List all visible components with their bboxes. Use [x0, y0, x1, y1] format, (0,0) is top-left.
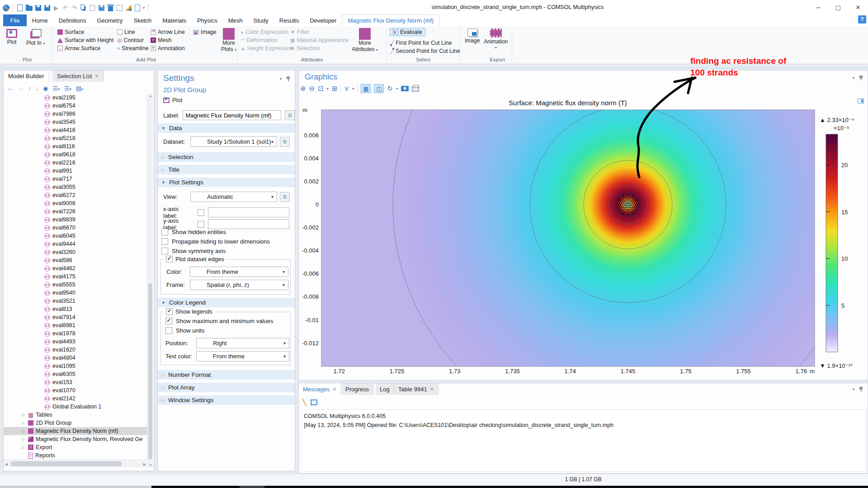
section-number-format[interactable]: ▷Number Format [158, 370, 295, 380]
panel-menu-icon[interactable]: ▾ [853, 387, 854, 391]
text-color-select[interactable]: From theme [196, 351, 289, 361]
settings-plot-button[interactable]: Plot [163, 97, 182, 103]
dataset-options-button[interactable]: ☰ [280, 137, 290, 147]
move-to-window-icon[interactable] [98, 4, 105, 11]
tab-selection-list[interactable]: Selection List✕ [52, 70, 104, 82]
tab-log[interactable]: Log [376, 383, 394, 395]
tree-item-eval717[interactable]: 8.5eval717 [4, 175, 147, 183]
legend-toggle-icon[interactable]: ◫ [374, 84, 384, 93]
tree-item-reports[interactable]: Reports [4, 451, 147, 460]
tree-item-eval5555[interactable]: 8.5eval5555 [4, 281, 147, 289]
tree-vertical-scrollbar[interactable]: ▲ ▼ [147, 94, 153, 468]
view-options-button[interactable]: ☰ [280, 192, 290, 202]
select-region-icon[interactable] [116, 4, 123, 11]
move-down-icon[interactable]: ↓ [36, 85, 39, 92]
show-units-checkbox[interactable] [165, 327, 172, 334]
zoom-in-icon[interactable]: ⊕ [300, 84, 306, 93]
scrollbar-thumb[interactable] [11, 461, 122, 466]
undo-icon[interactable]: ↶ [61, 4, 69, 11]
y-axis-input[interactable] [208, 219, 289, 229]
tree-item-eval4493[interactable]: 8.5eval4493 [4, 338, 147, 346]
tree-item-eval7986[interactable]: 8.5eval7986 [4, 110, 147, 118]
tree-item-eval9444[interactable]: 8.5eval9444 [4, 240, 147, 248]
ribbon-item-contour[interactable]: ◎Contour [117, 36, 144, 44]
plot-dataset-edges-legend[interactable]: Plot dataset edges [164, 256, 226, 263]
ribbon-tab-results[interactable]: Results [274, 14, 304, 26]
run-icon[interactable]: ▶ [52, 4, 60, 11]
label-input[interactable] [183, 110, 281, 120]
panel-menu-icon[interactable]: ▾ [280, 77, 282, 81]
zoom-extents-icon[interactable]: ⊞ [332, 84, 338, 93]
edge-color-select[interactable]: From theme [190, 267, 288, 277]
ribbon-tab-materials[interactable]: Materials [157, 14, 192, 26]
tree-item-eval991[interactable]: 8.5eval991 [4, 167, 147, 175]
close-icon[interactable]: ✕ [430, 386, 434, 392]
show-max-min-row[interactable]: Show maximum and minimum values [165, 318, 273, 324]
expand-icon[interactable]: ▷ [22, 413, 26, 417]
collapse-all-icon[interactable]: ☰▾ [52, 85, 60, 92]
scroll-up-icon[interactable]: ▲ [149, 94, 152, 98]
delete-icon[interactable] [107, 4, 114, 11]
more-attributes-button[interactable]: More Attributes ▾ [349, 28, 381, 52]
quickbar-dropdown-icon[interactable]: ▾ [143, 6, 145, 10]
save-icon[interactable] [34, 4, 42, 11]
tree-item-eval7914[interactable]: 8.5eval7914 [4, 313, 147, 321]
dataset-select[interactable]: Study 1/Solution 1 (sol1) [190, 136, 277, 147]
show-hidden-entities-checkbox[interactable] [161, 229, 168, 235]
frame-select[interactable]: Spatial (r, phi, z) [190, 280, 288, 290]
show-legends-legend[interactable]: Show legends [164, 308, 215, 315]
tree-item-eval1978[interactable]: 8.5eval1978 [4, 329, 147, 338]
ribbon-item-image[interactable]: Image [193, 28, 217, 36]
tree-item-eval8116[interactable]: 8.5eval8116 [4, 142, 147, 150]
tab-progress[interactable]: Progress [341, 383, 373, 395]
tree-item-global-evaluation-1[interactable]: 8.5Global Evaluation 1 [4, 403, 147, 411]
show-legends-checkbox[interactable] [166, 308, 173, 315]
y-axis-checkbox[interactable] [198, 221, 204, 228]
rename-button[interactable]: ☰ [285, 110, 295, 120]
evaluate-button[interactable]: Evaluate [390, 28, 425, 36]
tree-item-eval7226[interactable]: 8.5eval7226 [4, 207, 147, 216]
minimize-button[interactable]: ─ [808, 0, 828, 14]
tree-item-eval9618[interactable]: 8.5eval9618 [4, 150, 147, 159]
ribbon-tab-home[interactable]: Home [27, 14, 53, 26]
plot-canvas[interactable]: Surface: Magnetic flux density norm (T)0… [299, 98, 868, 381]
panel-menu-icon[interactable]: ▾ [853, 76, 854, 80]
tree-item-eval5218[interactable]: 8.5eval5218 [4, 134, 147, 142]
maximize-button[interactable]: ▢ [828, 0, 848, 14]
print-icon[interactable] [412, 86, 419, 92]
expand-icon[interactable]: ▷ [22, 429, 26, 433]
tree-item-eval3260[interactable]: 8.5eval3260 [4, 248, 147, 256]
tree-item-2d-plot-group[interactable]: ▷2D Plot Group [4, 419, 147, 427]
export-animation-button[interactable]: Animation ▾ [484, 28, 508, 50]
save-as-icon[interactable] [43, 4, 51, 11]
help-button[interactable]: ? [858, 15, 866, 23]
tree-item-eval8981[interactable]: 8.5eval8981 [4, 321, 147, 329]
tree-item-eval1070[interactable]: 8.5eval1070 [4, 386, 147, 394]
tree-item-eval4462[interactable]: 8.5eval4462 [4, 264, 147, 272]
view-select[interactable]: Automatic [190, 192, 277, 202]
expand-all-icon[interactable]: ☰▾ [64, 85, 71, 92]
tree-item-export[interactable]: ▷⇩Export [4, 443, 147, 451]
ribbon-tab-sketch[interactable]: Sketch [128, 14, 157, 26]
ribbon-item-arrow-surface[interactable]: →Arrow Surface [57, 44, 100, 52]
tree-item-eval6670[interactable]: 8.5eval6670 [4, 224, 147, 232]
node-view-icon[interactable]: ▤▾ [76, 85, 83, 92]
snapshot-icon[interactable] [401, 86, 409, 91]
ribbon-tab-definitions[interactable]: Definitions [53, 14, 92, 26]
forward-icon[interactable]: → [18, 85, 24, 92]
expand-icon[interactable]: ▷ [22, 445, 26, 450]
tab-table-9941[interactable]: Table 9941✕ [394, 383, 439, 395]
first-point-cut-line-button[interactable]: ╱First Point for Cut Line [391, 39, 452, 47]
x-axis-checkbox[interactable] [198, 209, 204, 216]
tree-item-eval4804[interactable]: 8.5eval4804 [4, 354, 147, 362]
tree-item-eval3545[interactable]: 8.5eval3545 [4, 118, 147, 126]
open-file-icon[interactable] [25, 4, 33, 11]
tree-item-eval153[interactable]: 8.5eval153 [4, 378, 147, 386]
tree-item-magnetic-flux-density-norm-mf-[interactable]: ▷Magnetic Flux Density Norm (mf) [4, 427, 147, 435]
ribbon-tab-document[interactable]: Magnetic Flux Density Norm (mf) [342, 14, 439, 26]
show-icon[interactable]: ◉ [43, 85, 48, 92]
ribbon-item-arrow-line[interactable]: Arrow Line [151, 28, 185, 36]
copy-icon[interactable] [80, 4, 87, 11]
x-axis-input[interactable] [208, 207, 289, 217]
ribbon-item-streamline[interactable]: ≈Streamline [117, 44, 149, 52]
